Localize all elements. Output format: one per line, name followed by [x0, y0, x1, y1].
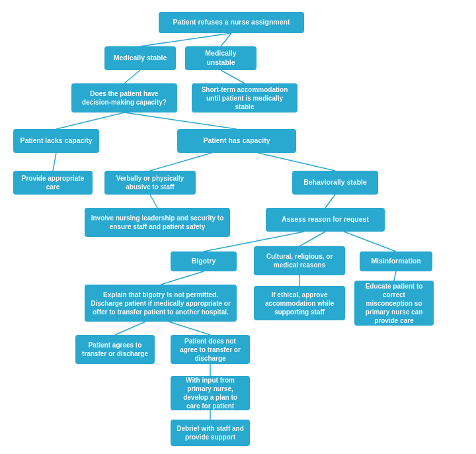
svg-line-3	[221, 70, 245, 83]
node-notagree: Patient does not agree to transfer or di…	[171, 335, 250, 364]
node-behstable: Behaviorally stable	[292, 171, 378, 195]
node-agrees: Patient agrees to transfer or discharge	[75, 335, 155, 364]
node-bigotry: Bigotry	[171, 251, 237, 271]
svg-line-13	[344, 232, 396, 251]
svg-line-4	[56, 113, 124, 129]
node-provcare: Provide appropriate care	[13, 171, 93, 195]
node-abusive: Verbally or physically abusive to staff	[104, 171, 196, 195]
svg-line-7	[150, 153, 212, 171]
node-ethical: If ethical, approve accommodation while …	[254, 286, 345, 320]
node-educate: Educate patient to correct misconception…	[354, 281, 434, 326]
node-lacks: Patient lacks capacity	[13, 129, 99, 153]
node-plan: With input from primary nurse, develop a…	[171, 376, 250, 410]
node-assess: Assess reason for request	[266, 208, 385, 232]
svg-line-10	[325, 195, 335, 208]
svg-line-14	[161, 271, 204, 285]
svg-line-12	[299, 232, 325, 246]
node-debrief: Debrief with staff and provide support	[171, 420, 250, 446]
svg-line-0	[140, 33, 231, 46]
node-stable: Medically stable	[104, 46, 176, 70]
node-unstable: Medically unstable	[185, 46, 257, 70]
svg-line-16	[394, 271, 396, 281]
node-shortterm: Short-term accommodation until patient i…	[192, 83, 298, 113]
node-root: Patient refuses a nurse assignment	[159, 12, 304, 33]
node-explain: Explain that bigotry is not permitted. D…	[85, 285, 237, 322]
node-misinform: Misinformation	[360, 251, 432, 271]
svg-line-9	[150, 195, 157, 208]
node-involve: Involve nursing leadership and security …	[85, 208, 230, 237]
svg-line-18	[169, 322, 210, 335]
svg-line-1	[221, 33, 231, 46]
svg-line-5	[124, 113, 237, 129]
svg-line-17	[115, 322, 145, 335]
node-cultural: Cultural, religious, or medical reasons	[254, 246, 345, 275]
svg-line-8	[258, 153, 335, 171]
svg-line-2	[124, 70, 140, 83]
node-hascap: Patient has capacity	[177, 129, 296, 153]
svg-line-6	[53, 153, 56, 171]
node-decision: Does the patient have decision-making ca…	[71, 83, 177, 113]
flowchart-diagram: Patient refuses a nurse assignment Medic…	[7, 7, 469, 450]
